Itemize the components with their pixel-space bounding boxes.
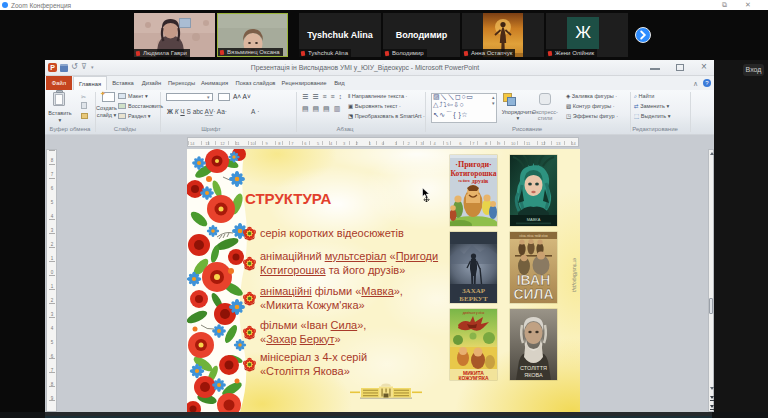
svg-text:МАВКА: МАВКА	[527, 217, 541, 222]
svg-text:друзів: друзів	[472, 178, 489, 184]
svg-text:ЯКОВА: ЯКОВА	[524, 372, 543, 378]
svg-text:СТОЛІТТЯ: СТОЛІТТЯ	[520, 365, 547, 371]
svg-text:ніна ліна твій кіно: ніна ліна твій кіно	[519, 234, 548, 238]
svg-text:дивіться у кіно: дивіться у кіно	[463, 311, 485, 315]
svg-text:СИЛА: СИЛА	[513, 286, 553, 302]
svg-text:КОЖУМ'ЯКА: КОЖУМ'ЯКА	[458, 375, 489, 381]
svg-text:БЕРКУТ: БЕРКУТ	[459, 295, 488, 303]
svg-text:Котигорошка: Котигорошка	[451, 169, 497, 178]
svg-text:та його: та його	[458, 179, 470, 183]
svg-text:·Пригоди·: ·Пригоди·	[455, 160, 491, 169]
